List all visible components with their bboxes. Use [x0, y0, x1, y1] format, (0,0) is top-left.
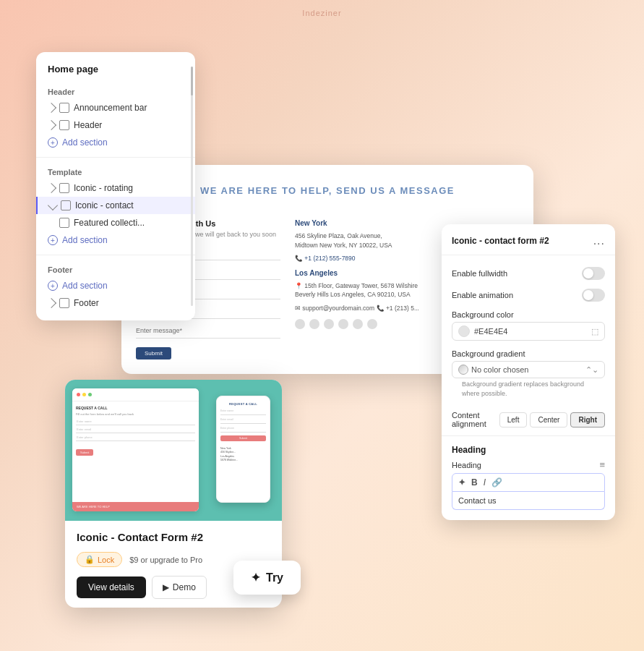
snapchat-icon	[338, 319, 348, 329]
gradient-swatch	[458, 365, 468, 375]
section-icon	[59, 298, 69, 308]
demo-play-icon: ▶	[163, 582, 169, 592]
align-center-button[interactable]: Center	[530, 412, 567, 427]
section-icon	[59, 218, 69, 228]
chevron-icon	[46, 103, 56, 113]
preview-mobile: REQUEST A CALL Enter name Enter email En…	[216, 396, 270, 503]
submit-button-preview: Submit	[136, 347, 171, 359]
preview-form-subtitle: Fill out the form below and we'll call y…	[76, 412, 195, 416]
gradient-note: Background gradient replaces background …	[452, 378, 605, 402]
plus-icon: +	[48, 235, 58, 245]
demo-button[interactable]: ▶ Demo	[152, 576, 207, 599]
sidebar-item-header[interactable]: Header	[36, 116, 195, 134]
settings-panel: Iconic - contact form #2 ... Enable full…	[442, 224, 615, 520]
try-sparkle-icon: ✦	[251, 571, 260, 584]
chevron-icon	[46, 120, 56, 130]
twitter-icon	[324, 319, 334, 329]
heading-section-title: Heading	[452, 441, 605, 459]
animation-toggle[interactable]	[582, 289, 605, 302]
section-icon	[59, 103, 69, 113]
preview-desktop: REQUEST A CALL Fill out the form below a…	[72, 388, 199, 511]
section-icon	[59, 183, 69, 193]
preview-mobile-field-1: Enter name	[220, 409, 266, 415]
sidebar-add-section-header[interactable]: + Add section	[36, 134, 195, 151]
instagram-icon	[309, 319, 319, 329]
settings-gradient-row: Background gradient No color chosen ⌃⌄ B…	[442, 345, 615, 407]
plus-icon: +	[48, 281, 58, 291]
settings-more-button[interactable]: ...	[593, 234, 605, 247]
sidebar-item-label: Iconic - contact	[75, 200, 134, 210]
color-picker[interactable]: #E4E4E4 ⬚	[452, 322, 605, 341]
preview-field-1: Enter name	[76, 420, 195, 425]
product-card-title: Iconic - Contact Form #2	[77, 531, 270, 543]
chevron-icon	[46, 298, 56, 308]
preview-mobile-title: REQUEST A CALL	[220, 402, 266, 406]
lock-badge: 🔒 Lock	[77, 552, 122, 567]
settings-title: Iconic - contact form #2	[452, 236, 549, 246]
add-section-label: Add section	[62, 281, 108, 291]
align-right-button[interactable]: Right	[570, 412, 605, 427]
preview-field-2: Enter email	[76, 427, 195, 433]
facebook-icon	[295, 319, 305, 329]
heading-label: Heading	[452, 461, 481, 469]
link-toolbar-icon[interactable]: 🔗	[491, 477, 502, 488]
gradient-text: No color chosen	[471, 365, 529, 374]
gradient-picker[interactable]: No color chosen ⌃⌄	[452, 361, 605, 378]
sidebar-item-footer[interactable]: Footer	[36, 294, 195, 312]
add-section-label: Add section	[62, 137, 108, 148]
settings-heading-section: Heading Heading ≡ ✦ B I 🔗 Contact us	[442, 435, 615, 510]
sidebar-panel: Home page Header Announcement bar Header…	[36, 52, 195, 320]
bold-toolbar-icon[interactable]: B	[471, 477, 478, 488]
settings-bgcolor-label: Background color	[452, 310, 605, 319]
sidebar-add-section-template[interactable]: + Add section	[36, 231, 195, 249]
product-preview-area: REQUEST A CALL Fill out the form below a…	[65, 380, 282, 521]
settings-animation-label: Enable animation	[452, 291, 513, 299]
settings-gradient-label: Background gradient	[452, 349, 605, 358]
preview-mobile-field-3: Enter phone	[220, 427, 266, 433]
sidebar-item-iconic-contact[interactable]: Iconic - contact	[36, 197, 195, 214]
sidebar-add-section-footer[interactable]: + Add section	[36, 277, 195, 294]
try-button[interactable]: ✦ Try	[233, 561, 301, 595]
form-field-message[interactable]	[136, 323, 280, 339]
tiktok-icon	[367, 319, 377, 329]
color-swatch	[458, 326, 470, 337]
price-badge: $9 or upgrade to Pro	[129, 556, 202, 564]
youtube-icon	[353, 319, 363, 329]
clipboard-icon[interactable]: ⬚	[591, 327, 598, 336]
sidebar-item-iconic-rotating[interactable]: Iconic - rotating	[36, 179, 195, 197]
align-left-button[interactable]: Left	[499, 412, 528, 427]
settings-fullwidth-row: Enable fullwidth	[442, 263, 615, 284]
view-details-button[interactable]: View details	[77, 576, 146, 598]
preview-mobile-info: New York 456 Skyline... Los Angeles 5678…	[217, 444, 270, 465]
dot-yellow	[82, 393, 86, 396]
gradient-arrows-icon: ⌃⌄	[585, 365, 598, 375]
preview-field-3: Enter phone	[76, 435, 195, 441]
sidebar-section-footer: Footer	[36, 261, 195, 277]
fullwidth-toggle[interactable]	[582, 267, 605, 280]
preview-mobile-field-2: Enter email	[220, 418, 266, 424]
color-hex-value: #E4E4E4	[474, 327, 587, 336]
sidebar-item-label: Iconic - rotating	[74, 183, 133, 193]
sidebar-item-label: Featured collecti...	[74, 218, 145, 228]
chevron-icon	[48, 200, 58, 210]
sidebar-title: Home page	[36, 64, 195, 83]
sparkle-toolbar-icon[interactable]: ✦	[458, 477, 465, 488]
sidebar-item-label: Footer	[74, 298, 99, 308]
plus-icon: +	[48, 137, 58, 148]
sidebar-item-announcement-bar[interactable]: Announcement bar	[36, 99, 195, 116]
preview-mobile-submit: Submit	[220, 435, 266, 441]
sidebar-section-template: Template	[36, 163, 195, 179]
preview-submit: Submit	[76, 449, 93, 456]
sidebar-section-header: Header	[36, 83, 195, 99]
italic-toolbar-icon[interactable]: I	[484, 477, 486, 488]
watermark: Indeziner	[302, 9, 341, 17]
sidebar-item-featured-collection[interactable]: Featured collecti...	[36, 214, 195, 231]
heading-content-value[interactable]: Contact us	[452, 492, 605, 510]
sidebar-item-label: Announcement bar	[74, 103, 147, 113]
lock-label: Lock	[98, 556, 114, 564]
heading-toolbar: ✦ B I 🔗	[452, 473, 605, 492]
preview-contact-text: WE ARE HERE TO HELP	[77, 505, 194, 509]
settings-alignment-row: Content alignment Left Center Right	[442, 407, 615, 433]
preview-contact-bar: WE ARE HERE TO HELP	[72, 502, 199, 511]
section-icon	[61, 200, 71, 210]
